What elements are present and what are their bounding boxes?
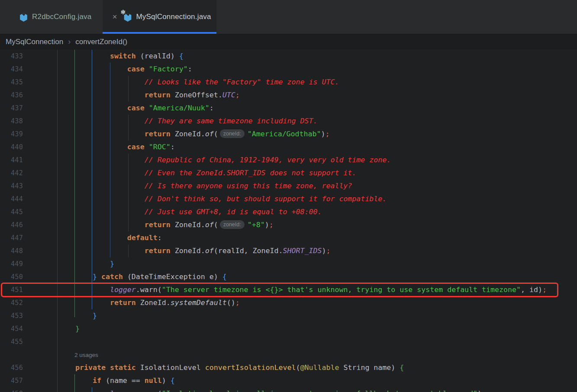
active-tab-underline [103,32,216,34]
code-text: // Even the ZoneId.SHORT_IDS does not su… [58,167,356,180]
tab-label: R2dbcConfig.java [32,13,91,21]
code-line-447[interactable]: 447 default: [0,231,577,244]
line-number[interactable]: 449 [0,257,23,270]
line-number[interactable]: 433 [0,50,23,63]
code-line-438[interactable]: 438 // They are same timezone including … [0,115,577,128]
breadcrumb-method[interactable]: convertZoneId() [75,38,127,46]
line-number[interactable]: 441 [0,154,23,167]
usages-inlay-hint[interactable]: 2 usages [74,352,98,358]
tab-label: MySqlConnection.java [136,13,211,21]
code-line-458[interactable]: 458 logger.warn("Isolation level is null… [0,387,577,392]
code-text: logger.warn("The server timezone is <{}>… [58,283,547,296]
code-text: logger.warn("Isolation level is null in … [58,387,486,392]
line-number[interactable]: 437 [0,102,23,115]
code-text: // Is there anyone using this time zone,… [58,180,352,193]
line-number[interactable]: 434 [0,63,23,76]
line-number[interactable]: 454 [0,322,23,335]
code-text: default: [58,231,162,244]
parameter-hint-chip: zoneId: [220,129,245,138]
line-number[interactable]: 453 [0,309,23,322]
code-text: 2 usages [58,348,98,361]
code-text: return ZoneId.of(zoneId:"America/Godthab… [58,128,330,141]
code-text: private static IsolationLevel convertIso… [58,361,404,374]
line-number[interactable]: 445 [0,206,23,218]
code-text: case "America/Nuuk": [58,102,214,115]
line-number[interactable]: 443 [0,180,23,193]
code-text: case "Factory": [58,63,192,76]
snowflake-badge-icon: ✻ [121,9,126,16]
code-text: // Don't think so, but should support it… [58,193,387,206]
code-text: case "ROC": [58,141,175,154]
java-class-icon [19,12,28,22]
code-line-451[interactable]: 451 logger.warn("The server timezone is … [0,283,577,296]
line-number[interactable]: 452 [0,296,23,309]
code-text: } [58,257,114,270]
code-line-457[interactable]: 457 if (name == null) { [0,374,577,387]
close-icon[interactable]: × [109,12,120,22]
code-line-439[interactable]: 439 return ZoneId.of(zoneId:"America/God… [0,128,577,141]
line-number[interactable]: 457 [0,374,23,387]
code-line-441[interactable]: 441 // Republic of China, 1912-1949, ver… [0,154,577,167]
code-line-445[interactable]: 445 // Just use GMT+8, id is equal to +0… [0,206,577,218]
code-text: // They are same timezone including DST. [58,115,317,128]
editor-tab-bar: R2dbcConfig.java × ✻ MySqlConnection.jav… [0,0,577,34]
breadcrumb-class[interactable]: MySqlConnection [6,38,63,46]
code-line-444[interactable]: 444 // Don't think so, but should suppor… [0,193,577,206]
line-number[interactable]: 440 [0,141,23,154]
code-line-446[interactable]: 446 return ZoneId.of(zoneId:"+8"); [0,218,577,231]
line-number[interactable]: 446 [0,218,23,231]
line-number[interactable]: 447 [0,231,23,244]
line-number[interactable]: 444 [0,193,23,206]
line-number[interactable]: 442 [0,167,23,180]
java-class-icon: ✻ [123,12,132,22]
tab-mysqlconnection[interactable]: × ✻ MySqlConnection.java [103,0,216,34]
line-number[interactable]: 439 [0,128,23,141]
code-line-433[interactable]: 433 switch (realId) { [0,50,577,63]
code-text: if (name == null) { [58,374,175,387]
code-text: return ZoneId.of(realId, ZoneId.SHORT_ID… [58,244,330,257]
code-text: // Republic of China, 1912-1949, very ve… [58,154,391,167]
code-line-454[interactable]: 454 } [0,322,577,335]
parameter-hint-chip: zoneId: [220,220,245,229]
line-number[interactable]: 450 [0,270,23,283]
code-text: } catch (DateTimeException e) { [58,270,227,283]
tab-r2dbcconfig[interactable]: R2dbcConfig.java [0,0,103,34]
code-text: // Just use GMT+8, id is equal to +08:00… [58,206,322,218]
code-line-436[interactable]: 436 return ZoneOffset.UTC; [0,89,577,102]
code-text: } [58,309,97,322]
breadcrumb: MySqlConnection › convertZoneId() [0,34,577,50]
line-number[interactable]: 448 [0,244,23,257]
code-line-448[interactable]: 448 return ZoneId.of(realId, ZoneId.SHOR… [0,244,577,257]
line-number[interactable]: 458 [0,387,23,392]
code-line-449[interactable]: 449 } [0,257,577,270]
code-line-437[interactable]: 437 case "America/Nuuk": [0,102,577,115]
line-number[interactable]: 436 [0,89,23,102]
code-line-450[interactable]: 450 } catch (DateTimeException e) { [0,270,577,283]
code-text: // Looks like the "Factory" time zone is… [58,76,339,89]
line-number[interactable]: 456 [0,361,23,374]
line-number [0,348,23,361]
code-line-453[interactable]: 453 } [0,309,577,322]
code-text: } [58,322,80,335]
code-line-455[interactable]: 455 [0,335,577,348]
code-line-440[interactable]: 440 case "ROC": [0,141,577,154]
line-number[interactable]: 438 [0,115,23,128]
code-line-435[interactable]: 435 // Looks like the "Factory" time zon… [0,76,577,89]
code-line-443[interactable]: 443 // Is there anyone using this time z… [0,180,577,193]
code-line-452[interactable]: 452 return ZoneId.systemDefault(); [0,296,577,309]
code-text: switch (realId) { [58,50,184,63]
line-number[interactable]: 455 [0,335,23,348]
line-number[interactable]: 435 [0,76,23,89]
code-line-456[interactable]: 456 private static IsolationLevel conver… [0,361,577,374]
code-line-442[interactable]: 442 // Even the ZoneId.SHORT_IDS does no… [0,167,577,180]
code-text: return ZoneId.systemDefault(); [58,296,240,309]
line-number[interactable]: 451 [0,283,23,296]
chevron-right-icon: › [68,37,71,46]
code-text: return ZoneId.of(zoneId:"+8"); [58,218,274,231]
code-text: return ZoneOffset.UTC; [58,89,240,102]
code-inlay-row[interactable]: 2 usages [0,348,577,361]
code-editor[interactable]: 433 switch (realId) {434 case "Factory":… [0,50,577,392]
code-line-434[interactable]: 434 case "Factory": [0,63,577,76]
